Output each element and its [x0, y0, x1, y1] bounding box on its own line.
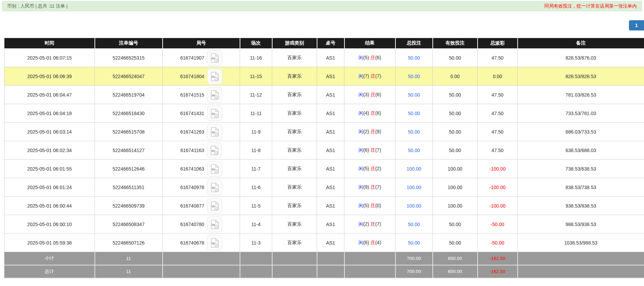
total-bet-link[interactable]: 50.00: [408, 240, 420, 246]
result-cell: 闲(2) 庄(9): [344, 123, 395, 141]
total-bet-link[interactable]: 50.00: [408, 74, 420, 79]
total-bet-link[interactable]: 100.00: [407, 166, 421, 172]
player-result-label: 闲: [358, 55, 363, 60]
total-bet-link[interactable]: 50.00: [408, 92, 420, 98]
video-replay-icon: [210, 201, 219, 211]
banker-result-label: 庄: [370, 221, 375, 227]
time-cell: 2025-05-01 06:04:18: [4, 104, 95, 123]
header-payout: 总派彩: [478, 38, 518, 49]
table-no-cell: AS1: [317, 160, 344, 178]
time-cell: 2025-05-01 05:59:38: [4, 234, 95, 252]
banker-result-score: (7): [375, 73, 381, 79]
player-result-label: 闲: [358, 221, 363, 227]
total-bet-cell: 50.00: [395, 67, 433, 86]
total-bet-link[interactable]: 100.00: [407, 203, 421, 209]
subtotal-payout: -162.50: [478, 252, 518, 265]
time-cell: 2025-05-01 06:07:15: [4, 49, 95, 67]
ticket-no-cell: 522466511351: [95, 178, 163, 197]
settlement-notice-text: 同局有效投注，统一计算在该局第一张注单内: [544, 3, 637, 9]
video-replay-button[interactable]: [207, 161, 222, 177]
remark-cell: 1038.53/988.53: [518, 234, 644, 252]
total-bet-link[interactable]: 50.00: [408, 129, 420, 135]
round-no-value: 616740780: [180, 222, 204, 227]
table-no-cell: AS1: [317, 49, 344, 67]
banker-result-score: (4): [375, 240, 381, 245]
header-session: 场次: [240, 38, 272, 49]
video-replay-button[interactable]: [207, 69, 222, 84]
video-replay-button[interactable]: [207, 105, 222, 121]
video-replay-icon: [210, 90, 219, 100]
session-cell: 11-3: [240, 234, 272, 252]
game-type-cell: 百家乐: [272, 123, 317, 141]
table-footer: 小计 11 700.00 650.00 -162.50 总计 11 700.00…: [4, 252, 644, 278]
player-result-label: 闲: [358, 129, 363, 134]
remark-cell: 988.53/938.53: [518, 215, 644, 234]
time-cell: 2025-05-01 06:06:39: [4, 67, 95, 86]
video-replay-button[interactable]: [207, 87, 222, 103]
total-payout: -162.50: [478, 265, 518, 278]
result-cell: 闲(9) 庄(7): [344, 178, 395, 197]
video-replay-button[interactable]: [207, 124, 222, 140]
total-bet-link[interactable]: 50.00: [408, 111, 420, 116]
banker-result-score: (6): [375, 55, 381, 60]
game-type-cell: 百家乐: [272, 160, 317, 178]
payout-cell: -100.00: [478, 160, 518, 178]
valid-bet-cell: 50.00: [433, 49, 478, 67]
video-replay-button[interactable]: [207, 50, 222, 66]
video-replay-button[interactable]: [207, 216, 222, 232]
banker-result-label: 庄: [370, 203, 375, 208]
total-bet-cell: 50.00: [395, 141, 433, 160]
session-cell: 11-8: [240, 141, 272, 160]
subtotal-label: 小计: [4, 252, 95, 265]
result-cell: 闲(5) 庄(2): [344, 160, 395, 178]
time-cell: 2025-05-01 06:03:14: [4, 123, 95, 141]
player-result-label: 闲: [358, 110, 363, 116]
player-result-score: (3): [363, 92, 369, 97]
table-body: 2025-05-01 06:07:15 522466525315 6167419…: [4, 49, 644, 252]
table-row: 2025-05-01 06:04:47 522466519704 6167415…: [4, 86, 644, 104]
total-bet-cell: 50.00: [395, 49, 433, 67]
total-count: 11: [95, 265, 163, 278]
total-bet-link[interactable]: 50.00: [408, 148, 420, 153]
total-bet-link[interactable]: 100.00: [407, 185, 421, 190]
player-result-score: (2): [363, 221, 369, 227]
page-1-button[interactable]: 1: [629, 20, 644, 30]
round-no-value: 616741063: [180, 166, 204, 172]
valid-bet-cell: 50.00: [433, 215, 478, 234]
valid-bet-cell: 50.00: [433, 234, 478, 252]
table-no-cell: AS1: [317, 123, 344, 141]
video-replay-button[interactable]: [207, 235, 222, 251]
table-row: 2025-05-01 06:07:15 522466525315 6167419…: [4, 49, 644, 67]
total-bet-link[interactable]: 50.00: [408, 222, 420, 227]
round-no-cell: 616740978: [163, 178, 240, 197]
table-row: 2025-05-01 06:03:14 522466515708 6167412…: [4, 123, 644, 141]
valid-bet-cell: 100.00: [433, 178, 478, 197]
table-no-cell: AS1: [317, 178, 344, 197]
remark-cell: 828.53/876.03: [518, 49, 644, 67]
table-row: 2025-05-01 06:04:18 522466518430 6167414…: [4, 104, 644, 123]
session-cell: 11-6: [240, 178, 272, 197]
table-row: 2025-05-01 06:00:10 522466508347 6167407…: [4, 215, 644, 234]
video-replay-icon: [210, 53, 219, 63]
video-replay-button[interactable]: [207, 142, 222, 158]
table-row: 2025-05-01 06:00:44 522466509739 6167408…: [4, 197, 644, 215]
payout-cell: 47.50: [478, 123, 518, 141]
total-bet-cell: 100.00: [395, 197, 433, 215]
video-replay-icon: [210, 164, 219, 174]
round-no-cell: 616741063: [163, 160, 240, 178]
time-cell: 2025-05-01 06:02:34: [4, 141, 95, 160]
player-result-label: 闲: [358, 147, 363, 153]
game-type-cell: 百家乐: [272, 234, 317, 252]
player-result-score: (5): [363, 203, 369, 208]
table-row: 2025-05-01 05:59:38 522466507126 6167406…: [4, 234, 644, 252]
player-result-label: 闲: [358, 240, 363, 245]
time-cell: 2025-05-01 06:00:44: [4, 197, 95, 215]
banker-result-score: (7): [375, 221, 381, 227]
banker-result-score: (7): [375, 147, 381, 153]
banker-result-score: (0): [375, 203, 381, 208]
result-cell: 闲(4) 庄(8): [344, 104, 395, 123]
video-replay-button[interactable]: [207, 179, 222, 195]
video-replay-button[interactable]: [207, 198, 222, 214]
player-result-label: 闲: [358, 73, 363, 79]
total-bet-link[interactable]: 50.00: [408, 55, 420, 61]
